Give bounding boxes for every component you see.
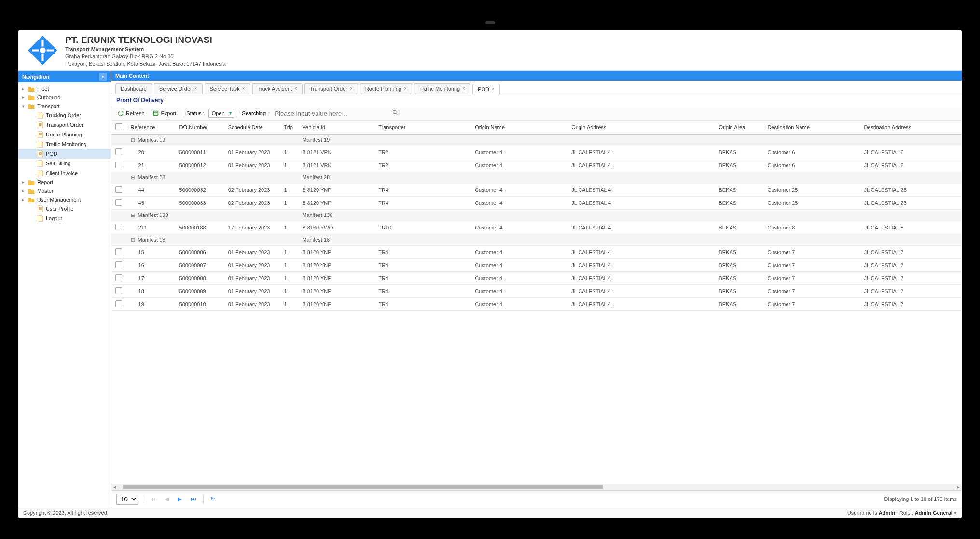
status-select[interactable]: Open [208,109,234,118]
expander-icon[interactable]: ▸ [22,189,27,193]
table-row[interactable]: 21150000018817 February 20231B 8160 YWQT… [111,221,962,234]
group-collapse-icon[interactable]: ⊟ [131,237,135,243]
nav-item-route-planning[interactable]: Route Planning [18,130,111,139]
tab-close-icon[interactable]: × [404,86,407,91]
svg-point-5 [40,47,45,53]
tab-service-order[interactable]: Service Order× [154,83,203,94]
search-input[interactable] [273,109,388,118]
group-row[interactable]: ⊟Manifest 18Manifest 18 [111,234,962,245]
column-header[interactable]: Schedule Date [224,121,280,135]
export-button[interactable]: Export [151,109,179,118]
group-row[interactable]: ⊟Manifest 19Manifest 19 [111,134,962,146]
table-row[interactable]: 4450000003202 February 20231B 8120 YNPTR… [111,183,962,196]
row-checkbox[interactable] [115,300,122,307]
row-checkbox[interactable] [115,148,122,155]
column-header[interactable]: Origin Name [471,121,567,135]
pager-refresh-button[interactable]: ↻ [208,496,217,502]
tab-label: Service Task [210,86,240,92]
column-header[interactable]: DO Number [176,121,224,135]
expander-icon[interactable]: ▾ [22,104,27,108]
group-row[interactable]: ⊟Manifest 28Manifest 28 [111,172,962,183]
expander-icon[interactable]: ▸ [22,180,27,185]
nav-item-pod[interactable]: POD [18,149,111,159]
column-header[interactable]: Destination Address [860,121,962,135]
search-icon[interactable] [392,109,400,117]
tab-close-icon[interactable]: × [462,86,465,91]
nav-item-transport-order[interactable]: Transport Order [18,120,111,130]
page-size-select[interactable]: 10 [116,494,138,505]
row-checkbox[interactable] [115,186,122,193]
expander-icon[interactable]: ▸ [22,95,27,100]
row-checkbox[interactable] [115,274,122,281]
nav-item-user-profile[interactable]: User Profile [18,204,111,214]
tab-close-icon[interactable]: × [492,86,495,92]
table-row[interactable]: 1850000000901 February 20231B 8120 YNPTR… [111,284,962,297]
nav-item-transport[interactable]: ▾Transport [18,102,111,110]
table-row[interactable]: 1650000000701 February 20231B 8120 YNPTR… [111,258,962,271]
column-header[interactable] [111,121,127,135]
scroll-right-arrow[interactable]: ▸ [955,484,962,490]
tab-transport-order[interactable]: Transport Order× [304,83,358,94]
expander-icon[interactable]: ▸ [22,197,27,202]
select-all-checkbox[interactable] [115,123,122,130]
expander-icon[interactable]: ▸ [22,86,27,91]
tab-traffic-monitoring[interactable]: Traffic Monitoring× [414,83,470,94]
user-info: Username is Admin | Role : Admin General… [847,510,957,516]
column-header[interactable]: Origin Area [715,121,763,135]
row-checkbox[interactable] [115,261,122,268]
scroll-left-arrow[interactable]: ◂ [111,484,118,490]
pager-next-button[interactable]: ▶ [176,496,184,502]
table-row[interactable]: 1950000001001 February 20231B 8120 YNPTR… [111,297,962,310]
column-header[interactable]: Trip [280,121,298,135]
row-checkbox[interactable] [115,199,122,206]
tab-service-task[interactable]: Service Task× [205,83,250,94]
nav-collapse-button[interactable]: « [99,73,107,81]
row-checkbox[interactable] [115,248,122,255]
column-header[interactable]: Destination Name [763,121,860,135]
column-header[interactable]: Origin Address [567,121,715,135]
table-row[interactable]: 4550000003302 February 20231B 8120 YNPTR… [111,196,962,209]
nav-item-client-invoice[interactable]: Client Invoice [18,168,111,178]
footer-dropdown-icon[interactable]: ▾ [954,510,957,516]
pager-last-button[interactable]: ⏭ [189,496,198,502]
group-collapse-icon[interactable]: ⊟ [131,212,135,218]
column-header[interactable]: Reference [127,121,176,135]
row-checkbox[interactable] [115,162,122,168]
group-collapse-icon[interactable]: ⊟ [131,137,135,143]
scroll-thumb[interactable] [123,485,603,489]
column-header[interactable]: Vehicle Id [298,121,374,135]
nav-item-logout[interactable]: Logout [18,214,111,223]
nav-item-user-management[interactable]: ▸User Management [18,195,111,204]
nav-item-self-billing[interactable]: Self Billing [18,159,111,168]
pager-first-button[interactable]: ⏮ [148,496,158,502]
pager-prev-button[interactable]: ◀ [163,496,171,502]
group-collapse-icon[interactable]: ⊟ [131,175,135,180]
tab-close-icon[interactable]: × [350,86,353,91]
horizontal-scrollbar[interactable]: ◂ ▸ [111,484,962,490]
table-row[interactable]: 1550000000601 February 20231B 8120 YNPTR… [111,245,962,258]
nav-item-outbound[interactable]: ▸Outbound [18,93,111,102]
nav-item-label: Logout [46,216,62,221]
nav-item-master[interactable]: ▸Master [18,187,111,195]
nav-item-traffic-monitoring[interactable]: Traffic Monitoring [18,139,111,149]
nav-item-fleet[interactable]: ▸Fleet [18,84,111,93]
table-row[interactable]: 1750000000801 February 20231B 8120 YNPTR… [111,271,962,284]
scroll-track[interactable] [123,484,950,490]
refresh-button[interactable]: Refresh [115,109,147,118]
tab-close-icon[interactable]: × [194,86,197,91]
group-row[interactable]: ⊟Manifest 130Manifest 130 [111,209,962,221]
tab-close-icon[interactable]: × [242,86,245,91]
nav-item-report[interactable]: ▸Report [18,178,111,187]
tab-truck-accident[interactable]: Truck Accident× [252,83,303,94]
row-checkbox[interactable] [115,287,122,294]
column-header[interactable]: Transporter [374,121,471,135]
row-checkbox[interactable] [115,224,122,230]
tab-dashboard[interactable]: Dashboard [115,83,152,94]
nav-item-trucking-order[interactable]: Trucking Order [18,110,111,120]
table-row[interactable]: 2050000001101 February 20231B 8121 VRKTR… [111,146,962,159]
tab-pod[interactable]: POD× [472,84,500,94]
tab-close-icon[interactable]: × [294,86,297,91]
table-row[interactable]: 2150000001201 February 20231B 8121 VRKTR… [111,159,962,172]
tab-route-planning[interactable]: Route Planning× [360,83,412,94]
svg-rect-31 [39,218,42,218]
